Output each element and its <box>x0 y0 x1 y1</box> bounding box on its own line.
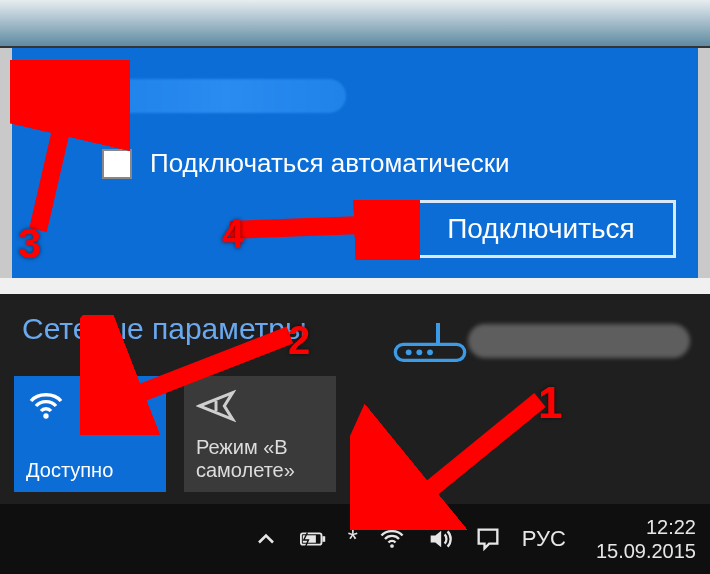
autoconnect-label: Подключаться автоматически <box>150 148 510 179</box>
wifi-tile[interactable]: Доступно <box>14 376 166 492</box>
wifi-asterisk: * <box>348 524 358 555</box>
language-indicator[interactable]: РУС <box>522 526 566 552</box>
taskbar: * РУС 12:22 15.09.2015 <box>0 504 710 574</box>
airplane-mode-tile[interactable]: Режим «В самолете» <box>184 376 336 492</box>
wifi-tile-label: Доступно <box>26 459 154 482</box>
router-icon <box>390 320 470 366</box>
network-ssid-redacted <box>106 79 346 113</box>
connect-button[interactable]: Подключиться <box>406 200 676 258</box>
desktop-background-strip <box>0 0 710 48</box>
current-network-redacted <box>468 324 690 358</box>
autoconnect-row[interactable]: Подключаться автоматически <box>102 148 678 179</box>
network-settings-title: Сетевые параметры <box>22 312 307 346</box>
svg-point-4 <box>416 349 422 355</box>
wifi-icon <box>26 386 154 426</box>
separator <box>0 278 710 294</box>
svg-point-0 <box>56 106 63 113</box>
svg-point-3 <box>406 349 412 355</box>
airplane-tile-label: Режим «В самолете» <box>196 436 324 482</box>
svg-rect-9 <box>322 536 325 542</box>
network-settings-panel: Сетевые параметры Доступно <box>0 294 710 504</box>
connect-button-label: Подключиться <box>447 213 635 245</box>
svg-point-11 <box>390 544 394 548</box>
wifi-signal-icon <box>32 68 88 124</box>
clock-date: 15.09.2015 <box>596 539 696 563</box>
tray-overflow-icon[interactable] <box>252 525 280 553</box>
system-tray: * РУС 12:22 15.09.2015 <box>252 515 696 563</box>
quick-action-tiles: Доступно Режим «В самолете» <box>14 376 336 492</box>
tray-clock[interactable]: 12:22 15.09.2015 <box>586 515 696 563</box>
action-center-icon[interactable] <box>474 525 502 553</box>
svg-point-6 <box>43 413 48 418</box>
volume-icon[interactable] <box>426 525 454 553</box>
battery-icon[interactable] <box>300 525 328 553</box>
network-tray-icon[interactable] <box>378 525 406 553</box>
clock-time: 12:22 <box>596 515 696 539</box>
airplane-icon <box>196 386 324 426</box>
wifi-network-panel[interactable]: Подключаться автоматически Подключиться <box>12 48 698 278</box>
network-header <box>32 68 678 124</box>
autoconnect-checkbox[interactable] <box>102 149 132 179</box>
svg-point-5 <box>427 349 433 355</box>
